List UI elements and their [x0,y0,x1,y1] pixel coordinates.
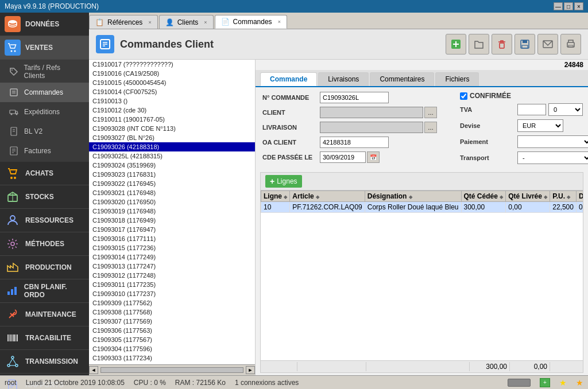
form-body: N° COMMANDE CLIENT … LIVRAIS [256,87,588,172]
transport-select[interactable]: - [517,151,588,164]
sidebar-item-cbn[interactable]: CBN PLANIF. ORDO [0,279,89,303]
tab-commentaires[interactable]: Commentaires [370,72,434,86]
maximize-button[interactable]: □ [564,2,573,10]
toolbar-email-button[interactable] [537,34,558,55]
order-item[interactable]: C19093017 (1176947) [89,225,255,234]
toolbar-delete-button[interactable] [492,34,512,55]
livraison-input[interactable] [320,122,423,133]
toolbar-add-button[interactable] [446,34,466,55]
order-item[interactable]: C1909304 (1177596) [89,344,255,353]
order-item[interactable]: C19093019 (1176948) [89,207,255,216]
order-item[interactable]: C19093011 (1177235) [89,280,255,289]
sidebar-item-commandes[interactable]: Commandes [0,83,89,102]
tab-commandes-close[interactable]: × [278,19,281,25]
order-item[interactable]: C19093018 (1176949) [89,216,255,225]
sidebar-item-ressources[interactable]: RESSOURCES [0,209,89,232]
tva-type-select[interactable]: 0 [548,103,583,116]
col-pu[interactable]: P.U. ◆ [550,191,577,202]
table-row[interactable]: 10PF.71262.COR.LAQ09Corps Roller Doué la… [261,202,583,213]
tab-commandes[interactable]: 📄 Commandes × [215,15,287,29]
sidebar-item-bl[interactable]: BL V2 [0,122,89,141]
sidebar-item-expeditions[interactable]: Expéditions [0,102,89,122]
order-item[interactable]: C19093025L (42188315) [89,151,255,161]
tab-references-close[interactable]: × [148,20,151,25]
sidebar-item-achats[interactable]: ACHATS [0,162,89,185]
scroll-right-btn[interactable]: ► [246,366,255,374]
tab-commande[interactable]: Commande [260,72,317,86]
tab-references[interactable]: 📋 Références × [89,15,158,29]
livraison-browse-button[interactable]: … [424,122,437,133]
col-qte-livree[interactable]: Qté Livrée ◆ [506,191,550,202]
order-item[interactable]: C1910014 (CF007525) [89,87,255,96]
confirme-checkbox[interactable] [460,92,467,100]
sidebar-item-factures[interactable]: Factures [0,141,89,161]
order-item[interactable]: C1909306 (1177563) [89,326,255,335]
toolbar-print-button[interactable] [560,34,581,55]
sidebar-item-production[interactable]: PRODUCTION [0,256,89,279]
client-input[interactable] [320,107,423,118]
paiement-label: Paiement [460,138,517,145]
order-item[interactable]: C1910017 (?????????????) [89,60,255,69]
devise-select[interactable]: EUR [517,119,563,132]
order-item[interactable]: C1910011 (19001767-05) [89,115,255,124]
order-item[interactable]: C19093010 (1177237) [89,289,255,298]
order-item[interactable]: C1910013 () [89,96,255,106]
sidebar-label-cbn: CBN PLANIF. ORDO [24,283,84,299]
sidebar-item-tarifs[interactable]: Tarifs / Refs Clients [0,61,89,83]
order-list-scroll[interactable]: C1910017 (?????????????)C1910016 (CA19/2… [89,60,255,364]
tab-clients-close[interactable]: × [204,20,207,25]
scroll-left-btn[interactable]: ◄ [89,366,98,374]
order-item[interactable]: C1910015 (45000045454) [89,78,255,87]
order-item[interactable]: C19093020 (1176950) [89,197,255,207]
sidebar-item-ventes[interactable]: VENTES [0,36,89,60]
order-item[interactable]: C19093028 (INT CDE N°113) [89,124,255,133]
order-item[interactable]: C19093014 (1177249) [89,252,255,262]
cde-calendar-button[interactable]: 📅 [367,151,380,163]
order-item[interactable]: C1909307 (1177569) [89,317,255,326]
sidebar-item-transmission[interactable]: TRANSMISSION [0,350,89,374]
order-item[interactable]: C19093022 (1176945) [89,179,255,188]
tab-livraisons[interactable]: Livraisons [318,72,369,86]
col-delai-client[interactable]: Délai Client◆ [576,191,583,202]
col-designation[interactable]: Désignation ◆ [365,191,461,202]
add-line-button[interactable]: + Lignes [265,175,302,188]
col-ligne[interactable]: Ligne ◆ [261,191,290,202]
order-item[interactable]: C1910016 (CA19/2508) [89,69,255,78]
status-add-button[interactable]: + [540,378,550,387]
cde-passee-input[interactable] [320,151,366,163]
no-commande-input[interactable] [320,92,389,103]
table-container[interactable]: Ligne ◆ Article ◆ Désignation ◆ Qté Cédé… [261,190,583,360]
sidebar-item-methodes[interactable]: MÉTHODES [0,232,89,256]
paiement-select[interactable] [517,135,588,148]
tva-input[interactable] [517,104,546,115]
sidebar-item-maintenance[interactable]: MAINTENANCE [0,303,89,326]
tab-fichiers[interactable]: Fichiers [435,72,479,86]
col-article[interactable]: Article ◆ [290,191,365,202]
sidebar-item-donnees[interactable]: DONNÉES [0,13,89,36]
client-browse-button[interactable]: … [424,107,437,118]
order-item[interactable]: C19093026 (42188318) [89,142,255,151]
order-list-scrollbar[interactable]: ◄ ► [89,364,255,375]
order-item[interactable]: C1910012 (cde 30) [89,106,255,115]
close-button[interactable]: × [574,2,583,10]
order-item[interactable]: C1909303 (1177234) [89,353,255,363]
order-item[interactable]: C1909305 (1177567) [89,335,255,344]
col-qte-cedee[interactable]: Qté Cédée ◆ [461,191,506,202]
minimize-button[interactable]: — [554,2,563,10]
order-item[interactable]: C19093013 (1177247) [89,262,255,271]
order-item[interactable]: C19093015 (1177236) [89,243,255,252]
order-item[interactable]: C19093016 (1177111) [89,234,255,243]
sidebar-item-tracabilite[interactable]: TRACABILITE [0,326,89,350]
order-item[interactable]: C19093023 (1176831) [89,170,255,179]
oa-client-input[interactable] [320,137,389,148]
sidebar-item-stocks[interactable]: STOCKS [0,185,89,209]
order-item[interactable]: C19093021 (1176948) [89,188,255,197]
order-item[interactable]: C19093012 (1177248) [89,271,255,280]
order-item[interactable]: C19093024 (3519969) [89,161,255,170]
toolbar-open-button[interactable] [469,34,489,55]
order-item[interactable]: C19093027 (BL N°26) [89,133,255,142]
tab-clients[interactable]: 👤 Clients × [159,15,214,29]
order-item[interactable]: C1909309 (1177562) [89,298,255,308]
order-item[interactable]: C1909308 (1177568) [89,308,255,317]
toolbar-save-button[interactable] [514,34,535,55]
